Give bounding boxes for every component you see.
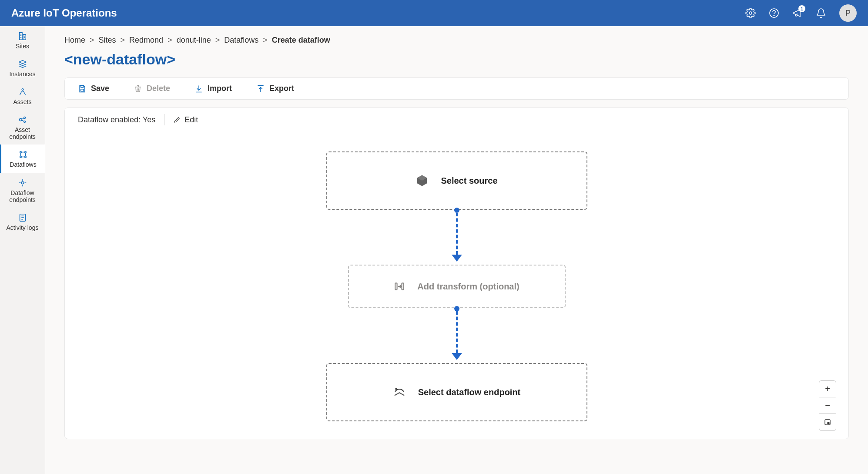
dataflow-enabled-label: Dataflow enabled: Yes xyxy=(78,115,155,124)
svg-point-7 xyxy=(23,117,25,119)
svg-rect-17 xyxy=(402,283,404,289)
zoom-fit-button[interactable] xyxy=(819,414,836,430)
sites-icon xyxy=(18,31,27,41)
svg-point-13 xyxy=(21,182,24,184)
breadcrumb-sep: > xyxy=(90,36,94,45)
sidebar-label: Assets xyxy=(13,98,31,105)
save-button[interactable]: Save xyxy=(78,84,109,93)
delete-icon xyxy=(134,84,142,93)
svg-rect-16 xyxy=(395,283,397,289)
breadcrumb-sep: > xyxy=(263,36,268,45)
app-title: Azure IoT Operations xyxy=(11,7,741,19)
avatar[interactable]: P xyxy=(839,4,857,22)
top-header: Azure IoT Operations 1 P xyxy=(0,0,868,26)
sidebar-item-dataflows[interactable]: Dataflows xyxy=(0,145,45,172)
zoom-in-button[interactable]: + xyxy=(819,381,836,397)
sidebar-label: Dataflows xyxy=(10,161,36,168)
transform-label: Add transform (optional) xyxy=(417,282,519,292)
sidebar-label: Activity logs xyxy=(7,224,39,231)
dataflow-endpoints-icon xyxy=(18,178,27,188)
breadcrumb-link[interactable]: Redmond xyxy=(129,36,163,45)
import-button[interactable]: Import xyxy=(194,84,232,93)
activity-logs-icon xyxy=(18,213,27,222)
breadcrumb-current: Create dataflow xyxy=(272,36,330,45)
connector-line xyxy=(456,311,458,353)
zoom-out-button[interactable]: − xyxy=(819,397,836,414)
sidebar-item-instances[interactable]: Instances xyxy=(0,54,45,82)
help-button[interactable] xyxy=(764,3,784,23)
svg-point-12 xyxy=(25,156,27,158)
breadcrumb-link[interactable]: Dataflows xyxy=(224,36,258,45)
save-icon xyxy=(78,84,87,93)
header-icons: 1 P xyxy=(741,3,857,23)
svg-point-8 xyxy=(23,121,25,123)
breadcrumb: Home > Sites > Redmond > donut-line > Da… xyxy=(64,36,849,45)
flow-area[interactable]: Select source Add transform (optional) S… xyxy=(65,131,848,437)
instances-icon xyxy=(18,59,27,69)
export-icon xyxy=(256,84,265,93)
endpoint-label: Select dataflow endpoint xyxy=(418,387,521,397)
svg-point-6 xyxy=(19,119,22,121)
export-label: Export xyxy=(269,84,294,93)
svg-rect-15 xyxy=(81,89,84,91)
sidebar: Sites Instances Assets Asset endpoints D… xyxy=(0,26,45,474)
help-icon xyxy=(769,8,779,18)
export-button[interactable]: Export xyxy=(256,84,294,93)
bell-icon xyxy=(816,8,826,18)
cube-icon xyxy=(416,174,429,187)
sidebar-label: Instances xyxy=(10,71,36,77)
separator xyxy=(164,114,164,125)
connector-line xyxy=(456,213,458,255)
sidebar-item-asset-endpoints[interactable]: Asset endpoints xyxy=(0,110,45,145)
asset-endpoints-icon xyxy=(18,115,27,124)
gear-icon xyxy=(745,8,756,18)
toolbar: Save Delete Import Export xyxy=(64,77,849,100)
breadcrumb-sep: > xyxy=(168,36,172,45)
connector-dot xyxy=(454,306,459,311)
svg-rect-4 xyxy=(23,34,25,40)
delete-label: Delete xyxy=(147,84,170,93)
svg-point-0 xyxy=(749,12,752,14)
zoom-controls: + − xyxy=(819,380,836,431)
sidebar-item-dataflow-endpoints[interactable]: Dataflow endpoints xyxy=(0,173,45,208)
sidebar-label: Asset endpoints xyxy=(3,126,42,140)
svg-point-2 xyxy=(774,15,774,16)
svg-point-20 xyxy=(828,422,829,424)
transform-icon xyxy=(394,281,405,292)
connector-dot xyxy=(454,208,459,213)
breadcrumb-link[interactable]: Home xyxy=(64,36,85,45)
svg-rect-19 xyxy=(825,420,830,425)
canvas-header: Dataflow enabled: Yes Edit xyxy=(65,108,848,131)
breadcrumb-sep: > xyxy=(121,36,125,45)
svg-rect-3 xyxy=(19,33,22,40)
breadcrumb-link[interactable]: donut-line xyxy=(177,36,211,45)
breadcrumb-sep: > xyxy=(215,36,220,45)
add-transform-node[interactable]: Add transform (optional) xyxy=(348,265,566,308)
assets-icon xyxy=(18,87,27,97)
delete-button: Delete xyxy=(134,84,170,93)
svg-point-18 xyxy=(395,388,397,390)
alerts-button[interactable]: 1 xyxy=(788,3,807,23)
svg-point-9 xyxy=(20,151,22,153)
connector-arrow xyxy=(452,255,462,262)
sidebar-item-assets[interactable]: Assets xyxy=(0,82,45,110)
breadcrumb-link[interactable]: Sites xyxy=(99,36,116,45)
svg-point-11 xyxy=(20,156,22,158)
alerts-badge: 1 xyxy=(798,5,805,12)
save-label: Save xyxy=(91,84,109,93)
fit-icon xyxy=(824,419,831,426)
settings-button[interactable] xyxy=(741,3,760,23)
svg-point-10 xyxy=(25,151,27,153)
select-source-node[interactable]: Select source xyxy=(326,151,587,210)
page-title: <new-dataflow> xyxy=(64,51,849,68)
sidebar-label: Dataflow endpoints xyxy=(3,189,42,203)
import-label: Import xyxy=(208,84,232,93)
notifications-button[interactable] xyxy=(811,3,831,23)
source-label: Select source xyxy=(441,176,497,186)
select-endpoint-node[interactable]: Select dataflow endpoint xyxy=(326,363,587,421)
edit-button[interactable]: Edit xyxy=(173,115,198,124)
edit-label: Edit xyxy=(184,115,198,124)
sidebar-item-sites[interactable]: Sites xyxy=(0,26,45,54)
sidebar-item-activity-logs[interactable]: Activity logs xyxy=(0,208,45,235)
sidebar-label: Sites xyxy=(16,43,29,50)
